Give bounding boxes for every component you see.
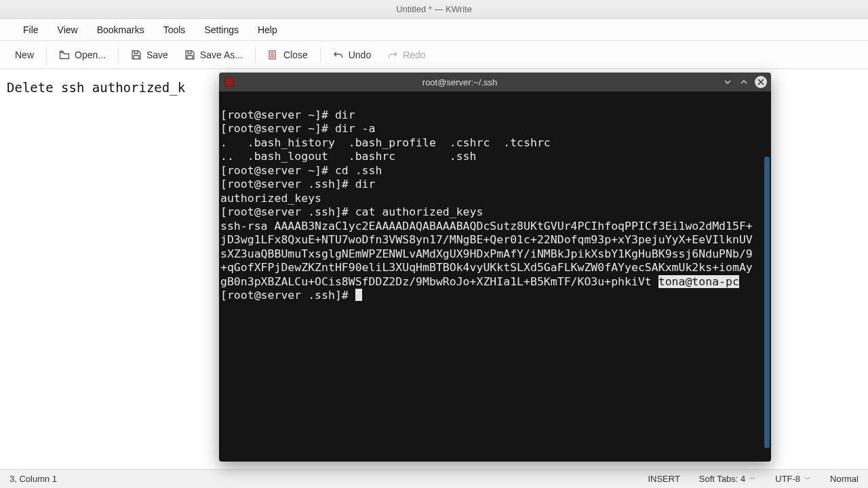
redo-icon [387,49,398,60]
term-line: .. .bash_logout .bashrc .ssh [220,150,477,163]
statusbar: 3, Column 1 INSERT Soft Tabs: 4 ﹀ UTF-8 … [0,469,868,488]
save-as-icon [184,49,195,60]
window-title: Untitled * — KWrite [396,4,472,14]
terminal-scrollbar[interactable] [764,157,770,448]
toolbar-separator [46,47,47,63]
term-line: . .bash_history .bash_profile .cshrc .tc… [220,136,551,149]
toolbar-separator [118,47,119,63]
chevron-down-icon: ﹀ [804,474,811,484]
open-label: Open... [75,49,106,60]
window-titlebar: Untitled * — KWrite [0,0,868,19]
term-line: [root@server .ssh]# cat authorized_keys [220,205,483,218]
terminal-window: root@server:~/.ssh [root@server ~]# dir … [219,73,771,462]
toolbar: New Open... Save Save As... Close Undo [0,41,868,69]
redo-label: Redo [403,49,425,60]
status-mode[interactable]: INSERT [638,474,689,484]
term-line: [root@server ~]# dir -a [220,122,375,135]
save-button[interactable]: Save [123,45,176,64]
terminal-title: root@server:~/.ssh [239,77,721,87]
save-label: Save [146,49,168,60]
close-label: Close [283,49,308,60]
undo-button[interactable]: Undo [325,45,379,64]
menu-file[interactable]: File [23,24,39,35]
chevron-down-icon: ﹀ [749,474,756,484]
menu-help[interactable]: Help [258,24,277,35]
terminal-app-icon [224,77,234,87]
term-line: [root@server ~]# dir [220,108,355,121]
save-as-button[interactable]: Save As... [176,45,251,64]
status-cursor: 3, Column 1 [0,474,66,484]
status-encoding-label: UTF-8 [775,474,800,484]
term-line: [root@server .ssh]# dir [220,178,375,190]
undo-label: Undo [349,49,371,60]
toolbar-separator [320,47,321,63]
term-line: authorized_keys [220,192,321,205]
term-prompt: [root@server .ssh]# [220,289,355,302]
menu-view[interactable]: View [58,24,78,35]
open-button[interactable]: Open... [51,45,114,64]
folder-open-icon [59,49,70,60]
save-icon [131,49,142,60]
status-encoding[interactable]: UTF-8 ﹀ [766,474,821,484]
menu-tools[interactable]: Tools [163,24,186,35]
new-label: New [15,49,34,60]
toolbar-separator [255,47,256,63]
maximize-button[interactable] [737,75,751,89]
save-as-label: Save As... [200,49,243,60]
menubar: File View Bookmarks Tools Settings Help [0,19,868,41]
terminal-cursor [355,289,362,301]
status-state[interactable]: Normal [821,474,868,484]
terminal-titlebar[interactable]: root@server:~/.ssh [219,73,771,92]
minimize-button[interactable] [721,75,734,89]
redo-button[interactable]: Redo [379,45,433,64]
status-tabs-label: Soft Tabs: 4 [699,474,745,484]
term-line: [root@server ~]# cd .ssh [220,164,382,177]
term-key-line: ssh-rsa AAAAB3NzaC1yc2EAAAADAQABAAABAQDc… [220,220,759,289]
new-button[interactable]: New [7,45,42,64]
close-button[interactable]: Close [260,45,316,64]
close-window-button[interactable] [755,76,767,88]
ssh-key-comment-highlight: tona@tona-pc [658,275,739,288]
terminal-body[interactable]: [root@server ~]# dir [root@server ~]# di… [219,92,771,462]
menu-settings[interactable]: Settings [204,24,239,35]
menu-bookmarks[interactable]: Bookmarks [97,24,144,35]
document-close-icon [268,49,279,60]
status-tabs[interactable]: Soft Tabs: 4 ﹀ [690,474,766,484]
undo-icon [333,49,344,60]
